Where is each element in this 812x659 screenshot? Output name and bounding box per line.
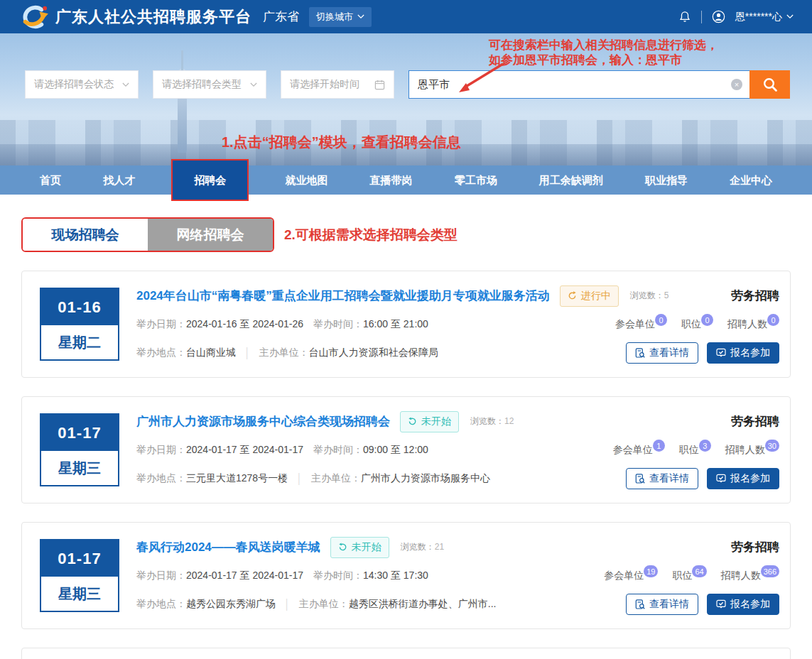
fair-category: 劳务招聘 <box>731 539 779 555</box>
location-value: 三元里大道1278号一楼 <box>186 472 288 485</box>
job-fair-card: 01-16 星期二 2024年台山市“南粤春暖”重点企业用工招聘会暨就业援助月专… <box>21 271 791 378</box>
chevron-down-icon <box>357 14 364 19</box>
stat-units-label: 参会单位 <box>613 444 653 455</box>
time-range: 14:30 至 17:30 <box>363 570 428 582</box>
date-label: 举办日期： <box>136 570 186 582</box>
filter-row: 请选择招聘会状态 请选择招聘会类型 请选择开始时间 <box>25 70 394 99</box>
document-search-icon <box>635 599 645 609</box>
clear-search-icon[interactable]: × <box>731 79 742 90</box>
document-search-icon <box>635 474 645 484</box>
views-label: 浏览数： <box>630 290 664 300</box>
bell-icon[interactable] <box>678 10 691 24</box>
date-range: 2024-01-16 至 2024-01-26 <box>186 318 303 331</box>
stat-headcount-count: 366 <box>761 565 779 577</box>
nav-item-labor-adjustment[interactable]: 用工余缺调剂 <box>534 165 609 195</box>
tab-online-fair[interactable]: 网络招聘会 <box>148 219 273 251</box>
stat-positions-count: 3 <box>699 440 711 452</box>
view-details-button[interactable]: 查看详情 <box>626 468 698 489</box>
time-range: 09:00 至 12:00 <box>363 444 428 457</box>
stat-units: 参会单位0 <box>615 318 667 331</box>
stat-positions-count: 64 <box>692 565 706 577</box>
fair-date: 01-17 <box>41 540 118 577</box>
stat-headcount-count: 30 <box>765 440 779 452</box>
view-details-label: 查看详情 <box>649 598 689 611</box>
clock-back-icon <box>408 417 417 426</box>
stat-headcount-label: 招聘人数 <box>721 570 761 581</box>
fair-stats: 参会单位1 职位3 招聘人数30 <box>613 444 779 457</box>
hero-banner: 请选择招聘会状态 请选择招聘会类型 请选择开始时间 × 可在 <box>0 33 812 165</box>
location-label: 举办地点： <box>136 472 186 485</box>
user-menu[interactable]: 恩*******心 <box>735 11 794 23</box>
fair-category: 劳务招聘 <box>731 413 779 430</box>
views-label: 浏览数： <box>470 416 504 426</box>
divider: │ <box>284 599 291 610</box>
view-details-button[interactable]: 查看详情 <box>626 594 698 615</box>
location-label: 举办地点： <box>136 347 186 359</box>
signup-check-icon <box>716 599 726 609</box>
nav-item-job-fair[interactable]: 招聘会 <box>171 159 249 201</box>
fair-stats: 参会单位0 职位0 招聘人数0 <box>615 318 779 331</box>
organizer-value: 越秀区洪桥街道办事处、广州市... <box>349 598 497 611</box>
nav-item-find-talent[interactable]: 找人才 <box>97 165 141 195</box>
tabs-row: 现场招聘会 网络招聘会 2.可根据需求选择招聘会类型 <box>21 217 791 252</box>
stat-headcount-count: 0 <box>767 314 779 326</box>
refresh-icon <box>568 291 577 300</box>
signup-button[interactable]: 报名参加 <box>707 594 779 615</box>
stat-units-count: 19 <box>644 565 658 577</box>
nav-item-home[interactable]: 首页 <box>34 165 67 195</box>
stat-headcount: 招聘人数0 <box>727 318 779 331</box>
fair-status-select[interactable]: 请选择招聘会状态 <box>25 70 139 99</box>
time-label: 举办时间： <box>313 318 363 331</box>
stat-headcount: 招聘人数366 <box>721 570 779 582</box>
switch-city-button[interactable]: 切换城市 <box>309 7 372 27</box>
annotation-search-tip-line1: 可在搜索栏中输入相关招聘信息进行筛选， <box>489 38 718 53</box>
stat-units-label: 参会单位 <box>615 318 655 330</box>
date-block: 01-17 星期三 <box>40 539 119 612</box>
signup-button[interactable]: 报名参加 <box>707 342 779 364</box>
view-details-button[interactable]: 查看详情 <box>626 342 698 364</box>
nav-item-career-guidance[interactable]: 职业指导 <box>639 165 693 195</box>
nav-item-live-jobs[interactable]: 直播带岗 <box>364 165 418 195</box>
views-label: 浏览数： <box>401 542 435 552</box>
signup-check-icon <box>716 474 726 484</box>
nav-item-enterprise-center[interactable]: 企业中心 <box>724 165 778 195</box>
views-value: 21 <box>435 542 444 552</box>
username-text: 恩*******心 <box>735 11 782 23</box>
signup-button[interactable]: 报名参加 <box>707 468 779 489</box>
location-value: 台山商业城 <box>186 347 236 359</box>
date-block: 01-17 星期三 <box>40 413 119 486</box>
tab-onsite-fair[interactable]: 现场招聘会 <box>23 219 148 251</box>
signup-label: 报名参加 <box>730 347 770 359</box>
date-block: 01-16 星期二 <box>40 288 119 361</box>
search-button[interactable] <box>749 70 790 99</box>
main-content: 现场招聘会 网络招聘会 2.可根据需求选择招聘会类型 01-16 星期二 202… <box>0 217 812 659</box>
document-search-icon <box>635 348 645 358</box>
stat-headcount: 招聘人数30 <box>725 444 779 457</box>
fair-title-link[interactable]: 春风行动2024——春风送岗暖羊城 <box>136 539 320 555</box>
fair-title-link[interactable]: 2024年台山市“南粤春暖”重点企业用工招聘会暨就业援助月专项就业服务活动 <box>136 288 550 304</box>
date-label: 举办日期： <box>136 444 186 457</box>
status-text: 进行中 <box>581 290 611 303</box>
stat-headcount-label: 招聘人数 <box>725 444 765 455</box>
fair-title-link[interactable]: 广州市人力资源市场服务中心综合类现场招聘会 <box>136 413 390 430</box>
nav-item-employment-map[interactable]: 就业地图 <box>279 165 333 195</box>
nav-item-gig-market[interactable]: 零工市场 <box>449 165 503 195</box>
chevron-down-icon <box>786 14 794 19</box>
organizer-value: 台山市人力资源和社会保障局 <box>309 347 438 359</box>
fair-weekday: 星期三 <box>41 451 118 485</box>
fair-type-select[interactable]: 请选择招聘会类型 <box>153 70 266 99</box>
stat-positions-label: 职位 <box>681 318 701 330</box>
view-details-label: 查看详情 <box>649 347 689 359</box>
main-nav: 首页 找人才 招聘会 就业地图 直播带岗 零工市场 用工余缺调剂 职业指导 企业… <box>0 165 812 195</box>
start-time-placeholder: 请选择开始时间 <box>290 78 359 91</box>
start-time-picker[interactable]: 请选择开始时间 <box>281 70 394 99</box>
avatar-icon <box>712 10 725 23</box>
signup-label: 报名参加 <box>730 598 770 611</box>
job-fair-card: 01-17 星期三 春风行动2024——春风送岗暖羊城 未开始 浏览数：21 劳… <box>21 522 791 629</box>
signup-check-icon <box>716 348 726 358</box>
job-fair-card-partial <box>21 648 791 659</box>
clock-back-icon <box>338 543 347 552</box>
job-fair-card: 01-17 星期三 广州市人力资源市场服务中心综合类现场招聘会 未开始 浏览数：… <box>21 396 791 503</box>
divider: │ <box>244 347 251 359</box>
location-label: 举办地点： <box>136 598 186 611</box>
